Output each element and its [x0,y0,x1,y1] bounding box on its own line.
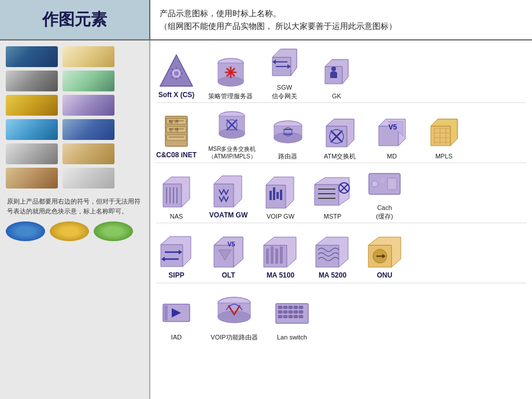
lanswitch-label: Lan switch [277,333,307,341]
svg-rect-124 [164,305,168,320]
softx-icon [159,54,194,88]
icon-item-router: 路由器 [268,115,308,160]
svg-rect-139 [278,315,282,318]
color-block-blue2 [62,119,114,140]
svg-text:顺: 顺 [169,120,173,124]
color-block-yellow [6,95,58,116]
svg-point-96 [380,178,385,183]
icon-item-sgw: SGW信令网关 [264,46,305,100]
cc08-icon: 顺 序 管 理 [159,114,194,149]
header-left: 作图元素 [0,0,150,39]
icon-item-voip-router: VOIP功能路由器 [208,296,260,341]
svg-rect-111 [266,249,269,264]
icon-item-mstp: MSTP [312,175,353,220]
voip-router-label: VOIP功能路由器 [210,333,257,341]
sipp-icon [159,234,194,269]
sipp-label: SIPP [168,271,184,280]
cach-label: Cach(缓存) [376,204,393,220]
icon-item-softx: Soft X (CS) [156,54,197,100]
svg-rect-133 [299,306,303,309]
oval-green [94,221,133,241]
svg-marker-86 [315,184,339,205]
ma5200-icon [315,234,350,269]
svg-rect-85 [280,190,282,200]
icon-item-olt: V5 OLT [208,234,249,280]
mpls-label: MPLS [435,152,453,160]
color-row-5 [6,143,143,164]
svg-rect-138 [299,311,303,313]
svg-rect-97 [387,178,397,190]
svg-rect-136 [289,311,293,313]
ma5100-label: MA 5100 [267,271,294,280]
svg-rect-84 [276,192,279,199]
icon-row-2: 顺 序 管 理 C&C08 iNET [156,105,526,163]
svg-rect-143 [299,315,303,318]
color-block-light-blue [6,119,58,140]
icon-item-onu: ONU [364,234,405,280]
oval-blue [6,221,45,241]
svg-point-95 [372,181,378,187]
svg-rect-140 [283,315,287,318]
svg-text:V5: V5 [388,123,397,131]
svg-rect-142 [294,315,298,318]
svg-point-28 [331,66,336,71]
color-row-3 [6,95,143,116]
lanswitch-icon [275,296,309,331]
icon-item-msr: MSR多业务交换机（ATM/IP/MPLS） [208,108,256,160]
svg-point-127 [218,311,250,323]
icon-row-3: NAS V [156,165,526,223]
color-row-2 [6,71,143,91]
icon-item-policy: 策略管理服务器 [208,55,253,100]
color-block-mint [62,71,114,91]
svg-rect-112 [271,246,274,264]
page-title: 作图元素 [42,9,107,31]
icon-item-atm: ATM交换机 [320,115,360,160]
md-label: MD [387,152,397,160]
svg-rect-132 [294,306,298,309]
svg-rect-135 [283,311,287,313]
voip-router-icon [217,296,252,331]
cach-icon [367,167,402,201]
voatm-icon [211,174,246,209]
md-icon: V5 [375,115,409,150]
oval-row [6,221,143,241]
onu-label: ONU [377,271,393,280]
icon-item-voip-gw: VOIP GW [260,175,301,220]
header-right: 产品示意图标，使用时标上名称。 （组网图不能使用产品实物图， 所以大家要善于运用… [150,0,532,39]
body: 原则上产品都要用右边的符号，但对于无法用符号表达的就用此色块示意，标上名称即可。 [0,40,532,399]
icon-item-nas: NAS [156,175,197,220]
olt-icon: V5 [211,234,246,269]
atm-icon [323,115,357,150]
voatm-label: VOATM GW [209,211,247,220]
svg-point-2 [174,71,179,76]
svg-marker-62 [431,126,450,146]
router-label: 路由器 [278,152,297,160]
icon-item-mpls: MPLS [424,115,464,160]
icon-item-ma5200: MA 5200 [312,234,353,280]
svg-text:V5: V5 [227,241,235,247]
svg-marker-98 [161,245,183,267]
svg-rect-32 [167,135,186,141]
policy-label: 策略管理服务器 [208,92,253,100]
svg-rect-141 [289,315,293,318]
svg-rect-130 [283,306,287,309]
svg-marker-80 [266,185,286,208]
ma5200-label: MA 5200 [319,271,346,280]
nas-icon [159,175,194,210]
color-block-blue-dark [6,46,58,67]
color-block-lavender [62,95,114,116]
mstp-icon [315,175,350,210]
icon-item-lanswitch: Lan switch [272,296,312,341]
voip-gw-label: VOIP GW [267,212,294,220]
header-desc1: 产品示意图标，使用时标上名称。 [160,7,523,20]
icon-item-md: V5 MD [372,115,412,160]
right-panel: Soft X (CS) [150,40,532,399]
icon-item-cc08: 顺 序 管 理 C&C08 iNET [156,114,197,160]
icon-item-iad: IAD [156,296,197,341]
sgw-label: SGW信令网关 [272,83,297,100]
iad-label: IAD [171,333,182,341]
svg-text:理: 理 [175,128,179,132]
page: 作图元素 产品示意图标，使用时标上名称。 （组网图不能使用产品实物图， 所以大家… [0,0,532,399]
policy-icon [213,55,248,90]
ma5100-icon [263,234,298,269]
